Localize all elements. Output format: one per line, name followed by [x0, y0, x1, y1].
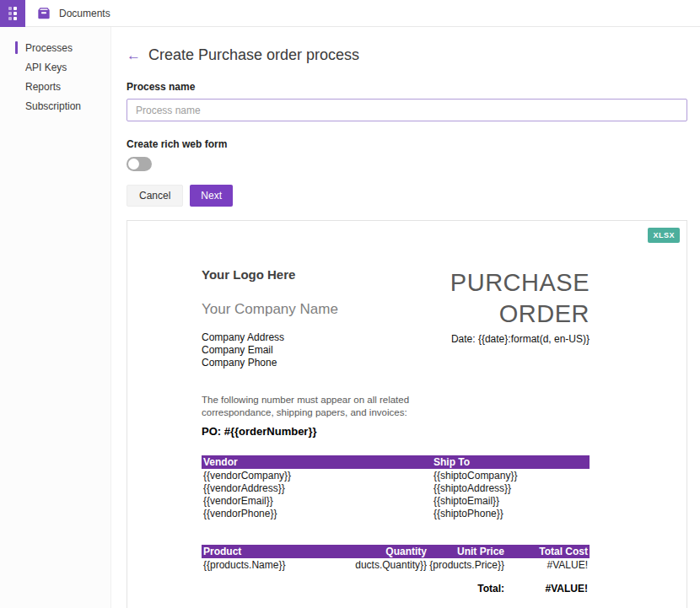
back-arrow-icon[interactable]: ←	[127, 48, 141, 62]
quantity-header: Quantity	[355, 546, 427, 557]
company-phone: Company Phone	[202, 357, 419, 369]
table-row: {{vendorPhone}} {{shiptoPhone}}	[202, 507, 590, 519]
sidebar-item-label: API Keys	[25, 62, 67, 73]
product-table: Product Quantity Unit Price Total Cost {…	[202, 545, 590, 595]
product-header: Product	[203, 546, 355, 557]
app-launcher-button[interactable]	[0, 0, 25, 27]
table-row: {{products.Name}} {{products.Quantity}} …	[202, 558, 590, 571]
documents-archive-icon	[36, 7, 51, 20]
doc-title: PURCHASE ORDER	[419, 267, 590, 330]
xlsx-file-badge: XLSX	[648, 228, 680, 243]
sidebar-item-processes[interactable]: Processes	[0, 38, 110, 57]
page-title: Create Purchase order process	[148, 46, 359, 64]
table-row: {{vendorCompany}} {{shiptoCompany}}	[202, 469, 590, 482]
table-row: {{vendorEmail}} {{shiptoEmail}}	[202, 494, 590, 507]
template-preview-card: XLSX Your Logo Here Your Company Name Co…	[127, 220, 687, 608]
total-value: #VALUE!	[504, 583, 588, 595]
sidebar: Processes API Keys Reports Subscription	[0, 27, 111, 608]
process-name-input[interactable]	[127, 99, 687, 121]
vendor-shipto-table: Vendor Ship To {{vendorCompany}} {{shipt…	[202, 455, 590, 519]
rich-web-form-label: Create rich web form	[127, 138, 687, 150]
doc-date: Date: {{date}:format(d, en-US)}	[419, 333, 590, 345]
sidebar-item-api-keys[interactable]: API Keys	[0, 57, 110, 77]
sidebar-item-label: Processes	[25, 42, 73, 54]
po-note: The following number must appear on all …	[202, 394, 409, 419]
next-button[interactable]: Next	[190, 185, 233, 207]
toggle-knob	[128, 159, 139, 169]
sidebar-item-subscription[interactable]: Subscription	[0, 96, 110, 116]
waffle-grid-icon	[8, 7, 17, 20]
main-content: ← Create Purchase order process Process …	[111, 27, 700, 608]
sidebar-item-label: Subscription	[25, 100, 81, 112]
process-name-label: Process name	[127, 81, 687, 93]
company-name: Your Company Name	[202, 301, 419, 318]
app-title: Documents	[59, 8, 110, 19]
table-row: {{vendorAddress}} {{shiptoAddress}}	[202, 482, 590, 494]
logo-placeholder: Your Logo Here	[202, 267, 419, 282]
vendor-header: Vendor	[203, 456, 433, 468]
company-email: Company Email	[202, 344, 419, 357]
top-bar: Documents	[0, 0, 700, 27]
active-indicator	[15, 41, 18, 54]
total-cost-header: Total Cost	[504, 546, 588, 557]
unit-price-header: Unit Price	[429, 546, 504, 557]
rich-web-form-toggle[interactable]	[127, 157, 152, 171]
shipto-header: Ship To	[433, 456, 588, 468]
sidebar-item-reports[interactable]: Reports	[0, 77, 110, 96]
total-label: Total:	[429, 583, 504, 595]
po-number: PO: #{{orderNumber}}	[202, 425, 317, 438]
company-address: Company Address	[202, 331, 419, 344]
cancel-button[interactable]: Cancel	[127, 185, 183, 207]
total-row: Total: #VALUE!	[202, 583, 590, 595]
sidebar-item-label: Reports	[25, 81, 61, 93]
